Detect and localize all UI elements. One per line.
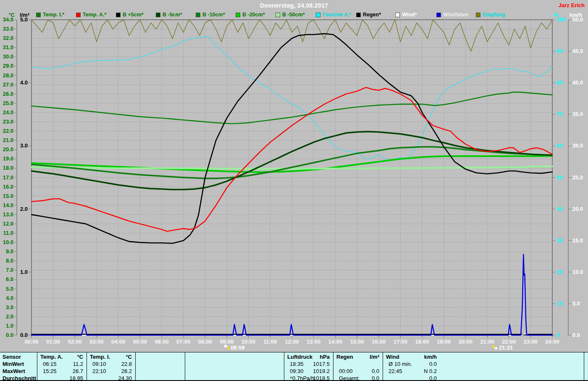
temp-axis-label: 2.0 xyxy=(6,313,13,320)
temp-axis-label: 5.0 xyxy=(6,286,13,292)
x-axis-label: 11:00 xyxy=(263,339,277,345)
lm2-axis-label: 3.0 xyxy=(20,142,28,149)
lm2-axis-label: 0.0 xyxy=(20,332,28,338)
temp-axis-label: 14.0 xyxy=(3,202,13,208)
stats-table: SensorMinWertMaxWertDurchschnittTemp. A.… xyxy=(0,352,588,381)
percent-axis-label: 40 xyxy=(556,206,562,212)
temp-axis-label: 3.0 xyxy=(6,304,13,310)
x-axis-label: 10:00 xyxy=(242,339,255,345)
temp-axis-label: 13.0 xyxy=(3,211,13,218)
lm2-axis-unit: l/m² xyxy=(20,12,30,18)
temp-axis-label: 1.0 xyxy=(6,323,13,329)
x-axis-label: 13:00 xyxy=(307,339,320,345)
x-axis-label: 15:00 xyxy=(350,339,364,345)
temp-axis-label: 27.0 xyxy=(3,81,13,88)
x-axis-label: 23:00 xyxy=(524,339,538,345)
table-separator xyxy=(185,352,185,380)
table-value-temp-a: 26.7 xyxy=(40,368,83,375)
temp-axis-label: 16.0 xyxy=(3,184,13,190)
temp-axis-label: 26.0 xyxy=(3,91,13,97)
kmh-axis-label: 0.0 xyxy=(572,332,580,338)
x-axis-label: 04:00 xyxy=(111,339,125,345)
temp-axis-label: 23.0 xyxy=(3,118,13,125)
kmh-axis-label: 10.0 xyxy=(572,269,583,275)
x-axis-label: 14:00 xyxy=(328,339,342,345)
percent-axis-label: 10 xyxy=(556,300,562,307)
x-axis-label: 07:00 xyxy=(176,339,190,345)
table-value-luftdruck: 1019.2 xyxy=(287,368,330,375)
table-value-wind: 0.0 xyxy=(386,360,437,368)
x-axis-label: 06:00 xyxy=(155,339,168,345)
chart-canvas: 0.01.02.03.04.05.06.07.08.09.010.011.012… xyxy=(0,0,588,351)
x-axis-label: 20:00 xyxy=(459,339,472,345)
temp-axis-label: 9.0 xyxy=(6,248,13,255)
lm2-axis-label: 4.0 xyxy=(20,79,28,86)
table-value-temp-a: 18.95 xyxy=(40,375,83,381)
x-axis-label: 24:00 xyxy=(545,339,559,345)
temp-axis-label: 31.0 xyxy=(3,44,13,50)
sunset-marker xyxy=(492,345,495,349)
temp-axis-label: 25.0 xyxy=(3,100,13,106)
table-value-temp-i: 26.2 xyxy=(90,368,132,375)
table-value-wind: 0.0 xyxy=(386,375,437,381)
x-axis-label: 22:00 xyxy=(502,339,516,345)
table-value-regen: 0.0 xyxy=(336,375,379,381)
lm2-axis-label: 1.0 xyxy=(20,269,28,275)
x-axis-label: 03:00 xyxy=(89,339,103,345)
x-axis-label: 18:00 xyxy=(415,339,429,345)
table-col-unit-luftdruck: hPa xyxy=(287,353,330,360)
annotation-label: 08:59 xyxy=(231,344,244,351)
table-col-unit-temp-i: °C xyxy=(90,353,132,360)
table-separator xyxy=(333,352,333,380)
table-value-wind: N 0.2 xyxy=(386,368,437,375)
percent-axis-label: 0 xyxy=(556,332,559,338)
percent-axis-label: 50 xyxy=(556,174,562,181)
table-row-label: MinWert xyxy=(3,360,36,368)
table-value-temp-a: 11.2 xyxy=(40,360,83,368)
x-axis-label: 05:00 xyxy=(133,339,147,345)
table-value-luftdruck: 1017.5 xyxy=(287,360,330,368)
table-separator xyxy=(383,352,383,380)
x-axis-label: 02:00 xyxy=(68,339,82,345)
table-value-temp-i: 24.30 xyxy=(90,375,132,381)
temp-axis-label: 6.0 xyxy=(6,276,13,282)
temp-axis-label: 4.0 xyxy=(6,295,13,301)
x-axis-label: 00:00 xyxy=(24,339,38,345)
temp-axis-label: 30.0 xyxy=(3,53,13,60)
weather-chart-window: Donnerstag, 24.08.2017 Jarz Erich Temp. … xyxy=(0,0,588,381)
kmh-axis-label: 30.0 xyxy=(572,142,583,149)
annotation-label: 21:21 xyxy=(499,344,513,351)
x-axis-label: 19:00 xyxy=(437,339,451,345)
table-col-unit-regen: l/m² xyxy=(336,353,379,360)
table-row-label: Durchschnitt xyxy=(3,375,36,381)
kmh-axis-label: 25.0 xyxy=(572,174,583,181)
x-axis-label: 17:00 xyxy=(394,339,407,345)
kmh-axis-label: 5.0 xyxy=(572,300,580,307)
temp-axis-label: 24.0 xyxy=(3,109,13,116)
table-separator xyxy=(37,352,37,380)
temp-axis-label: 0.0 xyxy=(6,332,13,338)
table-col-unit-wind: km/h xyxy=(386,353,437,360)
percent-axis-label: 80 xyxy=(556,79,562,86)
table-row-label: MaxWert xyxy=(3,368,36,375)
percent-axis-label: 60 xyxy=(556,142,562,149)
temp-axis-label: 10.0 xyxy=(3,239,13,245)
sunrise-marker xyxy=(227,345,230,349)
kmh-axis-label: 45.0 xyxy=(572,48,583,54)
temp-axis-label: 20.0 xyxy=(3,146,13,152)
kmh-axis-label: 20.0 xyxy=(572,206,583,212)
percent-axis-label: 30 xyxy=(556,237,562,244)
temp-axis-label: 8.0 xyxy=(6,258,13,264)
x-axis-label: 09:00 xyxy=(220,339,234,345)
temp-axis-label: 19.0 xyxy=(3,155,13,162)
temp-axis-label: 11.0 xyxy=(3,230,13,236)
kmh-axis-unit: km/h xyxy=(570,12,582,18)
temp-axis-label: 28.0 xyxy=(3,72,13,79)
x-axis-label: 01:00 xyxy=(46,339,60,345)
table-value-temp-i: 22.8 xyxy=(90,360,132,368)
temp-axis-label: 22.0 xyxy=(3,128,13,134)
temp-axis-label: 12.0 xyxy=(3,221,13,227)
kmh-axis-label: 40.0 xyxy=(572,79,583,86)
table-separator xyxy=(135,352,136,380)
kmh-axis-label: 15.0 xyxy=(572,237,583,244)
